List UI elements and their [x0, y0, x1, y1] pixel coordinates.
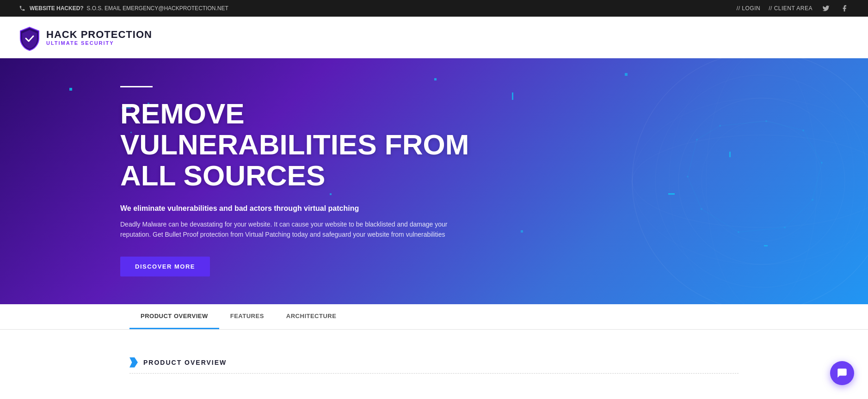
hero-subtitle: We eliminate vulnerabilities and bad act… — [120, 204, 490, 213]
logo-area: HACK PROTECTION ULTIMATE SECURITY — [18, 26, 152, 49]
hero-content: REMOVE VULNERABILITIES FROM ALL SOURCES … — [120, 86, 490, 276]
top-bar-nav: // LOGIN // CLIENT AREA — [737, 3, 850, 13]
tab-architecture[interactable]: ARCHITECTURE — [275, 304, 348, 329]
svg-point-0 — [632, 58, 868, 304]
svg-line-18 — [697, 126, 720, 140]
header: HACK PROTECTION ULTIMATE SECURITY — [0, 17, 868, 58]
tab-features[interactable]: FEATURES — [219, 304, 275, 329]
svg-line-24 — [739, 227, 785, 232]
hero-title: REMOVE VULNERABILITIES FROM ALL SOURCES — [120, 98, 490, 191]
svg-line-19 — [720, 121, 766, 126]
tabs-bar: PRODUCT OVERVIEW FEATURES ARCHITECTURE — [0, 304, 868, 330]
svg-line-21 — [803, 130, 822, 163]
svg-point-4 — [632, 135, 868, 227]
product-overview-section: PRODUCT OVERVIEW — [0, 330, 868, 387]
svg-line-20 — [766, 121, 803, 130]
logo-title: HACK PROTECTION — [46, 29, 152, 40]
chat-bubble-button[interactable] — [830, 361, 854, 385]
logo-shield-icon — [18, 26, 41, 49]
top-bar: WEBSITE HACKED? S.O.S. EMAIL EMERGENCY@H… — [0, 0, 868, 17]
svg-line-25 — [702, 209, 739, 232]
svg-line-23 — [785, 200, 813, 227]
svg-point-6 — [706, 58, 817, 304]
svg-point-7 — [669, 58, 854, 304]
section-header: PRODUCT OVERVIEW — [129, 357, 739, 368]
hero-description: Deadly Malware can be devastating for yo… — [120, 219, 453, 240]
logo-subtitle: ULTIMATE SECURITY — [46, 40, 152, 46]
client-area-link[interactable]: // CLIENT AREA — [769, 5, 813, 12]
section-title: PRODUCT OVERVIEW — [143, 359, 227, 366]
hero-section: REMOVE VULNERABILITIES FROM ALL SOURCES … — [0, 58, 868, 304]
top-bar-alert: WEBSITE HACKED? S.O.S. EMAIL EMERGENCY@H… — [18, 5, 228, 12]
svg-line-26 — [688, 177, 702, 209]
discover-more-button[interactable]: DISCOVER MORE — [120, 257, 210, 276]
chat-icon — [836, 367, 848, 379]
section-accent-icon — [129, 357, 138, 368]
twitter-icon[interactable] — [821, 3, 831, 13]
alert-text: WEBSITE HACKED? S.O.S. EMAIL EMERGENCY@H… — [30, 5, 228, 12]
phone-icon — [18, 5, 26, 12]
svg-point-2 — [678, 98, 845, 264]
facebook-icon[interactable] — [839, 3, 850, 13]
login-link[interactable]: // LOGIN — [737, 5, 760, 12]
hero-accent-line — [120, 86, 153, 87]
section-divider — [129, 373, 739, 374]
logo-text: HACK PROTECTION ULTIMATE SECURITY — [46, 29, 152, 46]
svg-point-3 — [702, 121, 822, 241]
tab-product-overview[interactable]: PRODUCT OVERVIEW — [129, 304, 219, 329]
svg-line-27 — [688, 140, 697, 177]
svg-point-1 — [655, 75, 868, 288]
hero-globe — [628, 58, 868, 304]
